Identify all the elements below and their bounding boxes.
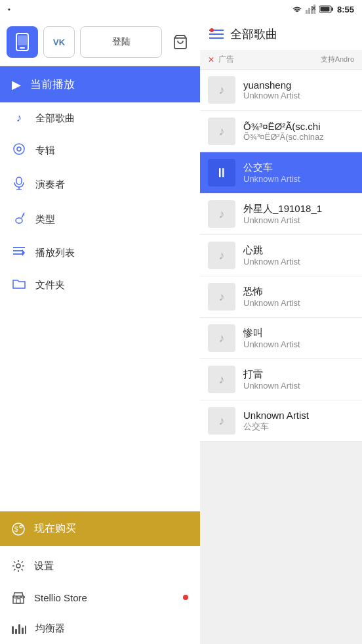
song-item[interactable]: ♪ 打雷 Unknown Artist (200, 359, 362, 400)
music-note-icon: ♪ (219, 249, 225, 263)
sidebar-item-folders[interactable]: 文件夹 (0, 269, 200, 301)
buy-now-item[interactable]: $ 现在购买 (0, 511, 200, 546)
vk-button[interactable]: VK (43, 26, 75, 58)
song-info-2: 公交车 Unknown Artist (243, 161, 354, 184)
svg-rect-7 (320, 7, 329, 12)
music-note-icon: ♪ (12, 112, 26, 125)
song-artist-2: Unknown Artist (243, 174, 354, 184)
equalizer-label: 均衡器 (35, 622, 65, 635)
sidebar-label-artists: 演奏者 (35, 179, 65, 191)
song-artist-5: Unknown Artist (243, 298, 354, 308)
song-artist-1: Õ¾³¤ËØ²Ã(sc.chinaz (243, 132, 354, 142)
song-item-active[interactable]: ⏸ 公交车 Unknown Artist (200, 152, 362, 194)
ad-close[interactable]: ✕ (208, 55, 214, 64)
sidebar-item-stellio[interactable]: Stellio Store (0, 582, 200, 613)
song-art-3: ♪ (208, 200, 235, 228)
play-icon: ▶ (12, 77, 21, 92)
pause-icon: ⏸ (215, 165, 228, 181)
svg-rect-8 (331, 8, 333, 11)
now-playing-label: 当前播放 (30, 77, 75, 92)
cart-icon (172, 34, 188, 50)
music-note-icon: ♪ (219, 207, 225, 221)
stellio-dot (183, 595, 188, 600)
svg-rect-30 (12, 626, 14, 634)
song-artist-8: 公交车 (243, 421, 354, 433)
status-bar: • 8:55 (0, 0, 362, 18)
svg-point-28 (16, 564, 20, 568)
svg-rect-11 (18, 35, 27, 45)
microphone-icon (12, 177, 26, 193)
status-bar-left: • (8, 5, 10, 13)
sidebar-item-all-songs[interactable]: ♪ 全部歌曲 (0, 102, 200, 134)
song-artist-3: Unknown Artist (243, 215, 354, 225)
song-item[interactable]: ♪ 心跳 Unknown Artist (200, 235, 362, 276)
sidebar-label-all-songs: 全部歌曲 (35, 112, 75, 125)
song-artist-4: Unknown Artist (243, 257, 354, 267)
album-icon (12, 143, 26, 158)
music-note-icon: ♪ (219, 290, 225, 304)
signal-icon (306, 5, 316, 14)
genre-svg (12, 211, 26, 225)
svg-point-14 (17, 147, 21, 151)
stellio-label: Stellio Store (34, 592, 87, 603)
spacer (0, 301, 200, 507)
device-button[interactable] (7, 26, 38, 58)
sidebar-item-equalizer[interactable]: 均衡器 (0, 613, 200, 644)
svg-point-18 (16, 218, 22, 223)
song-art-2: ⏸ (208, 159, 235, 186)
song-art-8: ♪ (208, 407, 235, 435)
cart-button[interactable] (167, 29, 193, 55)
song-title-2: 公交车 (243, 161, 354, 174)
sidebar-label-playlists: 播放列表 (35, 247, 75, 259)
song-item[interactable]: ♪ 恐怖 Unknown Artist (200, 276, 362, 318)
song-title-4: 心跳 (243, 244, 354, 257)
sidebar-item-albums[interactable]: 专辑 (0, 134, 200, 167)
song-item[interactable]: ♪ 外星人_191018_1 Unknown Artist (200, 194, 362, 235)
guitar-icon (12, 211, 26, 228)
sidebar: VK 登陆 ▶ 当前播放 ♪ 全部歌曲 (0, 18, 200, 644)
phone-icon (15, 33, 30, 51)
song-item[interactable]: ♪ Õ¾³¤ËØ²Ã(sc.chi Õ¾³¤ËØ²Ã(sc.chinaz (200, 111, 362, 152)
svg-marker-24 (22, 249, 25, 256)
svg-point-38 (210, 28, 214, 32)
svg-rect-32 (18, 624, 20, 634)
song-info-1: Õ¾³¤ËØ²Ã(sc.chi Õ¾³¤ËØ²Ã(sc.chinaz (243, 121, 354, 142)
status-time: 8:55 (337, 5, 354, 14)
song-title-1: Õ¾³¤ËØ²Ã(sc.chi (243, 121, 354, 132)
login-button[interactable]: 登陆 (80, 26, 162, 58)
song-item[interactable]: ♪ Unknown Artist 公交车 (200, 400, 362, 442)
vk-label: VK (53, 37, 65, 47)
now-playing-item[interactable]: ▶ 当前播放 (0, 66, 200, 102)
sidebar-item-settings[interactable]: 设置 (0, 550, 200, 582)
sidebar-item-genres[interactable]: 类型 (0, 202, 200, 237)
song-info-7: 打雷 Unknown Artist (243, 368, 354, 391)
login-label: 登陆 (112, 36, 131, 48)
sidebar-item-artists[interactable]: 演奏者 (0, 167, 200, 202)
sidebar-item-playlists[interactable]: 播放列表 (0, 237, 200, 269)
song-item[interactable]: ♪ 惨叫 Unknown Artist (200, 318, 362, 359)
menu-icon[interactable] (209, 28, 224, 40)
sidebar-header: VK 登陆 (0, 18, 200, 66)
song-artist-6: Unknown Artist (243, 339, 354, 349)
song-title-8: Unknown Artist (243, 410, 354, 421)
song-item[interactable]: ♪ yuansheng Unknown Artist (200, 70, 362, 111)
buy-now-label: 现在购买 (34, 522, 76, 536)
equalizer-icon (12, 624, 26, 634)
svg-rect-31 (15, 629, 17, 634)
song-info-6: 惨叫 Unknown Artist (243, 327, 354, 349)
wifi-icon (292, 5, 302, 13)
songs-scroll[interactable]: ♪ yuansheng Unknown Artist ♪ Õ¾³¤ËØ²Ã(sc… (200, 70, 362, 644)
tag-icon: $ (12, 523, 25, 536)
song-art-5: ♪ (208, 283, 235, 311)
ad-bar: ✕ 广告 支持Andro (200, 50, 362, 70)
status-bar-right: 8:55 (292, 5, 354, 14)
svg-rect-1 (308, 8, 310, 14)
battery-icon (319, 5, 334, 13)
store-icon (12, 591, 25, 604)
svg-rect-29 (16, 599, 20, 603)
circle-icon (13, 143, 25, 155)
music-note-icon: ♪ (219, 125, 225, 139)
app-container: VK 登陆 ▶ 当前播放 ♪ 全部歌曲 (0, 18, 362, 644)
sidebar-label-folders: 文件夹 (35, 279, 65, 291)
music-note-icon: ♪ (219, 373, 225, 387)
